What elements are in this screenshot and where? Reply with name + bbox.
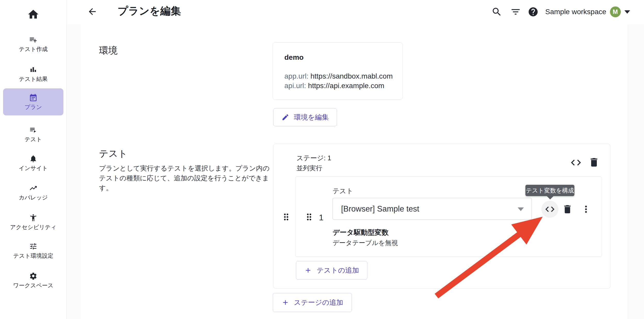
- trending-up-icon: [29, 184, 37, 192]
- sidebar-item-tests[interactable]: テスト: [0, 126, 67, 142]
- edit-environment-button[interactable]: 環境を編集: [273, 108, 337, 126]
- help-icon[interactable]: [528, 6, 539, 17]
- sidebar-item-test-creation[interactable]: テスト作成: [0, 36, 67, 52]
- selected-test-name: [Browser] Sample test: [341, 204, 419, 214]
- more-options-icon[interactable]: [581, 204, 591, 215]
- back-arrow-button[interactable]: [87, 6, 97, 17]
- search-icon[interactable]: [491, 6, 502, 17]
- test-drag-handle-icon[interactable]: [304, 212, 314, 222]
- environment-card: demo app.url: https://sandbox.mabl.com a…: [273, 42, 403, 100]
- tests-description: プランとして実行するテストを選択します。プラン内のテストの種類に応じて、追加の設…: [99, 163, 272, 193]
- data-driven-variables-title: データ駆動型変数: [333, 228, 389, 237]
- sidebar-item-label: テスト: [24, 136, 42, 142]
- sidebar-item-label: テスト結果: [19, 76, 48, 82]
- workspace-name: Sample workspace: [545, 8, 606, 16]
- select-caret-icon: [518, 207, 524, 211]
- configure-test-variables-button[interactable]: [541, 201, 558, 218]
- stage-drag-handle-icon[interactable]: [281, 212, 291, 222]
- sidebar-item-label: プラン: [24, 104, 42, 110]
- sidebar-item-label: カバレッジ: [19, 195, 48, 201]
- url-value: https://sandbox.mabl.com: [310, 72, 393, 80]
- pencil-icon: [282, 113, 289, 121]
- test-select-label: テスト: [333, 187, 353, 196]
- sidebar: テスト作成 テスト結果 プラン テスト インサイト カバレッジ: [0, 0, 67, 319]
- playlist-add-icon: [29, 36, 37, 44]
- test-select[interactable]: [Browser] Sample test: [333, 198, 532, 220]
- environment-name: demo: [284, 53, 304, 62]
- workspace-picker[interactable]: Sample workspace M: [545, 6, 630, 18]
- sidebar-item-workspace[interactable]: ワークスペース: [0, 272, 67, 289]
- test-trash-icon[interactable]: [562, 204, 573, 215]
- stage-code-icon[interactable]: [570, 157, 582, 169]
- add-stage-button[interactable]: ステージの追加: [273, 293, 352, 312]
- avatar: M: [610, 6, 621, 17]
- stage-mode: 並列実行: [296, 164, 322, 172]
- bar-chart-icon: [29, 65, 37, 74]
- data-driven-variables-subtitle: データテーブルを無視: [333, 239, 398, 247]
- test-row-number: 1: [319, 213, 324, 222]
- sidebar-item-home[interactable]: [0, 8, 67, 21]
- gear-icon: [29, 272, 37, 280]
- sidebar-item-coverage[interactable]: カバレッジ: [0, 184, 67, 201]
- sidebar-item-test-env-settings[interactable]: テスト環境設定: [0, 242, 67, 259]
- bell-icon: [29, 155, 37, 163]
- stage-title: ステージ: 1: [296, 154, 331, 163]
- calendar-icon: [29, 94, 38, 102]
- stage-trash-icon[interactable]: [588, 157, 600, 168]
- sidebar-item-label: ワークスペース: [13, 282, 54, 289]
- sidebar-item-label: アクセシビリティ: [10, 224, 56, 230]
- edit-environment-label: 環境を編集: [294, 113, 329, 122]
- chevron-down-icon: [624, 10, 630, 14]
- environment-heading: 環境: [99, 44, 118, 57]
- sidebar-item-accessibility[interactable]: アクセシビリティ: [0, 214, 67, 230]
- playlist-play-icon: [29, 126, 37, 134]
- sidebar-item-label: インサイト: [19, 165, 48, 171]
- plus-icon: [304, 266, 312, 274]
- home-icon: [27, 8, 39, 21]
- sidebar-item-label: テスト環境設定: [13, 253, 53, 259]
- url-label: app.url:: [284, 72, 308, 80]
- add-stage-label: ステージの追加: [294, 298, 343, 307]
- add-test-button[interactable]: テストの追加: [296, 261, 367, 280]
- tooltip-caret: [547, 196, 554, 199]
- code-icon: [544, 204, 555, 215]
- sidebar-item-label: テスト作成: [19, 46, 48, 52]
- environment-url-row: api.url: https://api.example.com: [284, 81, 393, 90]
- sidebar-item-test-results[interactable]: テスト結果: [0, 65, 67, 82]
- tune-icon: [29, 242, 37, 250]
- filter-icon[interactable]: [510, 6, 521, 17]
- sidebar-item-insights[interactable]: インサイト: [0, 155, 67, 171]
- environment-url-row: app.url: https://sandbox.mabl.com: [284, 71, 393, 81]
- plus-icon: [282, 299, 289, 306]
- page-title: プランを編集: [118, 4, 181, 18]
- tests-heading: テスト: [99, 147, 128, 160]
- url-value: https://api.example.com: [308, 82, 384, 90]
- add-test-label: テストの追加: [317, 266, 359, 275]
- tooltip: テスト変数を構成: [525, 185, 574, 196]
- sidebar-item-plans[interactable]: プラン: [3, 88, 63, 115]
- url-label: api.url:: [284, 82, 306, 90]
- accessibility-icon: [29, 214, 37, 222]
